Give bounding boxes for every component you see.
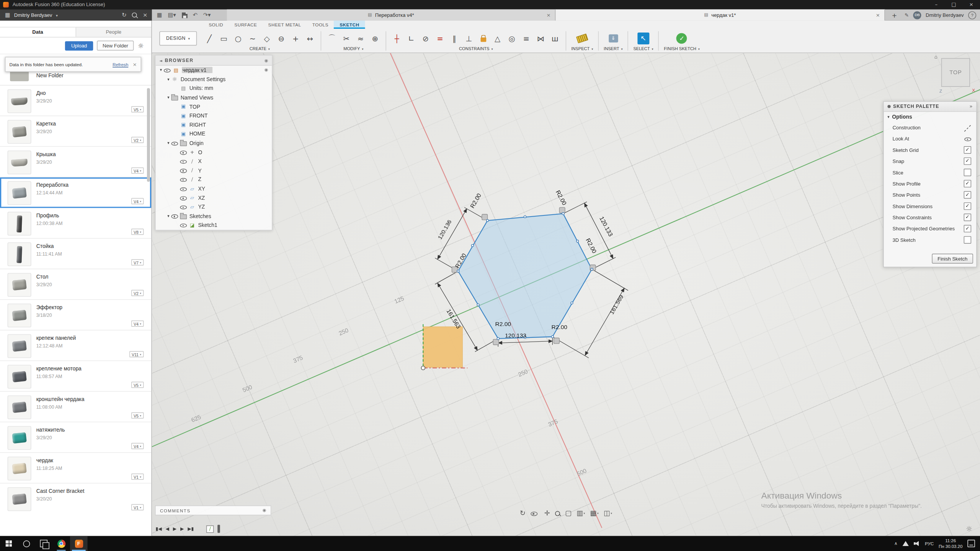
options-section[interactable]: ▾ Options bbox=[884, 112, 977, 122]
item-version-button[interactable]: V8▾ bbox=[131, 229, 144, 235]
timeline-position-marker[interactable] bbox=[217, 525, 220, 533]
expand-caret-icon[interactable]: ▾ bbox=[166, 140, 172, 145]
item-version-button[interactable]: V5▾ bbox=[131, 106, 144, 112]
create-dropdown[interactable]: CREATE▾ bbox=[250, 46, 270, 51]
browser-node-origin[interactable]: ▾Origin bbox=[156, 139, 272, 148]
spline-icon[interactable]: ~ bbox=[247, 33, 258, 44]
item-version-button[interactable]: V4▾ bbox=[131, 198, 144, 204]
pan-icon[interactable]: ✛ bbox=[544, 509, 550, 517]
sketch-dimension-icon[interactable]: ↔ bbox=[304, 33, 315, 44]
task-view-button[interactable] bbox=[35, 536, 52, 551]
construction-icon[interactable] bbox=[963, 123, 971, 131]
insert-icon[interactable]: ⇓ bbox=[609, 34, 618, 42]
maximize-button[interactable]: □ bbox=[945, 0, 963, 9]
browser-node-yz[interactable]: YZ bbox=[156, 202, 272, 212]
checkbox-show-profile[interactable]: ✓ bbox=[964, 180, 972, 187]
finish-sketch-dropdown[interactable]: FINISH SKETCH▾ bbox=[664, 46, 699, 51]
data-item-натяжитель[interactable]: натяжитель3/29/20V4▾ bbox=[0, 422, 151, 453]
node-options-icon[interactable]: ◉ bbox=[264, 68, 268, 73]
modify-dropdown[interactable]: MODIFY▾ bbox=[343, 46, 363, 51]
select-dropdown[interactable]: SELECT▾ bbox=[633, 46, 653, 51]
tab-sketch[interactable]: SKETCH bbox=[334, 21, 365, 29]
refresh-link[interactable]: Refresh bbox=[113, 62, 128, 67]
volume-icon[interactable] bbox=[914, 541, 920, 546]
visibility-eye-icon[interactable] bbox=[164, 67, 171, 73]
zoom-icon[interactable] bbox=[555, 511, 560, 516]
constraints-dropdown[interactable]: CONSTRAINTS▾ bbox=[459, 46, 493, 51]
midpoint-icon[interactable]: △ bbox=[492, 33, 503, 44]
visibility-eye-icon[interactable] bbox=[180, 186, 187, 192]
browser-node-xy[interactable]: XY bbox=[156, 184, 272, 193]
concentric-icon[interactable]: ◎ bbox=[506, 33, 517, 44]
tab-surface[interactable]: SURFACE bbox=[229, 21, 263, 29]
browser-node-y[interactable]: Y bbox=[156, 166, 272, 175]
equal-icon[interactable]: = bbox=[434, 33, 446, 44]
sketch-origin-square[interactable] bbox=[423, 327, 462, 367]
data-item-крепление-мотора[interactable]: крепление мотора11:08:57 AMV5▾ bbox=[0, 361, 151, 392]
checkbox-show-points[interactable]: ✓ bbox=[964, 191, 972, 199]
checkbox-show-dimensions[interactable]: ✓ bbox=[964, 202, 972, 210]
canvas-viewport[interactable]: 125250375500625250375500 bbox=[152, 53, 980, 536]
browser-node-right[interactable]: RIGHT bbox=[156, 120, 272, 129]
finish-sketch-button[interactable]: Finish Sketch bbox=[932, 254, 973, 264]
skip-to-end-button[interactable]: ▶▮ bbox=[188, 526, 194, 532]
action-center-icon[interactable] bbox=[967, 540, 975, 548]
redo-icon[interactable]: ↷▾ bbox=[203, 12, 211, 18]
polygon-icon[interactable]: ◇ bbox=[261, 33, 272, 44]
collapse-browser-icon[interactable]: ◄ bbox=[159, 58, 162, 62]
trim-icon[interactable]: ✂ bbox=[341, 33, 352, 44]
circle-icon[interactable]: ○ bbox=[232, 33, 243, 44]
item-version-button[interactable]: V7▾ bbox=[131, 259, 144, 266]
expand-caret-icon[interactable]: ▾ bbox=[158, 68, 164, 73]
language-indicator[interactable]: РУС bbox=[925, 541, 934, 546]
close-data-panel-icon[interactable]: × bbox=[143, 12, 147, 18]
item-version-button[interactable]: V11▾ bbox=[129, 351, 144, 357]
tangent-icon[interactable]: ⊘ bbox=[420, 33, 431, 44]
viewports-icon[interactable]: ◫▾ bbox=[604, 509, 612, 517]
search-icon[interactable] bbox=[132, 13, 137, 18]
origin-point[interactable] bbox=[421, 366, 425, 370]
finish-sketch-check-icon[interactable]: ✓ bbox=[676, 33, 687, 44]
look-at-icon[interactable] bbox=[964, 136, 971, 142]
measure-icon[interactable] bbox=[576, 34, 588, 44]
user-name[interactable]: Dmitriy Berdyaev bbox=[14, 12, 52, 18]
checkbox-sketch-grid[interactable]: ✓ bbox=[964, 146, 972, 154]
browser-options-icon[interactable]: ◉ bbox=[264, 58, 268, 63]
pencil-icon[interactable]: ✎ bbox=[905, 12, 909, 18]
tab-tools[interactable]: TOOLS bbox=[307, 21, 334, 29]
tab-data[interactable]: Data bbox=[0, 28, 76, 37]
viewcube[interactable]: ⌂ TOP X Z bbox=[941, 58, 970, 87]
insert-dropdown[interactable]: INSERT▾ bbox=[604, 46, 623, 51]
item-version-button[interactable]: V4▾ bbox=[131, 168, 144, 174]
display-settings-icon[interactable]: ▥▾ bbox=[577, 509, 585, 517]
gear-icon[interactable]: ☼ bbox=[137, 42, 144, 49]
document-tab-pererabotka[interactable]: ▤ Переработка v4* × bbox=[227, 9, 556, 20]
orbit-icon[interactable]: ↻ bbox=[520, 509, 526, 517]
inspect-dropdown[interactable]: INSPECT▾ bbox=[571, 46, 593, 51]
checkbox-show-constraints[interactable]: ✓ bbox=[964, 214, 972, 221]
palette-header[interactable]: SKETCH PALETTE » bbox=[884, 102, 977, 112]
checkbox-show-projected-geometries[interactable]: ✓ bbox=[964, 225, 972, 233]
checkbox-snap[interactable]: ✓ bbox=[964, 157, 972, 165]
document-tab-cherdak[interactable]: ▤ чердак v1* × bbox=[555, 9, 885, 20]
visibility-eye-icon[interactable] bbox=[180, 168, 187, 173]
hidden-icons-chevron[interactable]: ∧ bbox=[894, 541, 897, 546]
chrome-taskbar-button[interactable] bbox=[52, 536, 70, 551]
visibility-eye-icon[interactable] bbox=[171, 140, 178, 146]
browser-node-z[interactable]: Z bbox=[156, 175, 272, 184]
checkbox-3d-sketch[interactable] bbox=[964, 236, 972, 244]
taskbar-clock[interactable]: 11:26 Пн 30.03.20 bbox=[939, 538, 962, 549]
viewcube-top-face[interactable]: TOP bbox=[941, 58, 970, 87]
fit-icon[interactable]: ▢ bbox=[565, 509, 572, 517]
expand-caret-icon[interactable]: ▾ bbox=[166, 77, 172, 82]
perpendicular-icon[interactable]: ⊥ bbox=[463, 33, 474, 44]
visibility-eye-icon[interactable] bbox=[180, 158, 187, 164]
data-item-дно[interactable]: Дно3/29/20V5▾ bbox=[0, 86, 151, 116]
item-version-button[interactable]: V2▾ bbox=[131, 137, 144, 143]
data-item-каретка[interactable]: Каретка3/29/20V2▾ bbox=[0, 116, 151, 147]
item-version-button[interactable]: V5▾ bbox=[131, 412, 144, 419]
network-icon[interactable] bbox=[902, 541, 908, 546]
browser-node-o[interactable]: O bbox=[156, 148, 272, 157]
data-item-кронштейн-чердака[interactable]: кронштейн чердака11:08:00 AMV5▾ bbox=[0, 392, 151, 422]
collapse-palette-icon[interactable]: » bbox=[969, 104, 972, 109]
